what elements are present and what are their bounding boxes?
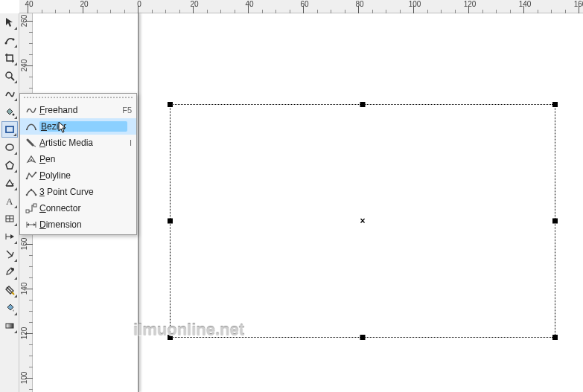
hruler-label: 140 xyxy=(519,0,532,8)
flyout-item-label: Freehand xyxy=(39,105,118,115)
toolbox: A xyxy=(0,13,19,392)
flyout-item-shortcut: I xyxy=(125,138,132,147)
hruler-label: 80 xyxy=(355,0,363,8)
flyout-item-artistic-media[interactable]: Artistic MediaI xyxy=(20,135,136,151)
hruler-label: 0 xyxy=(137,0,141,8)
svg-point-21 xyxy=(26,194,28,196)
freehand-tool[interactable] xyxy=(1,86,18,102)
app-root: A 4020020406080100120140160180200 260240… xyxy=(0,0,583,392)
basic-shapes-tool[interactable] xyxy=(1,175,18,191)
svg-point-6 xyxy=(6,144,13,150)
svg-point-1 xyxy=(12,39,14,41)
pick-tool[interactable] xyxy=(1,14,18,30)
svg-point-14 xyxy=(11,268,14,271)
selection-handle-br[interactable] xyxy=(552,335,558,340)
polyline-icon xyxy=(23,169,39,182)
svg-rect-17 xyxy=(35,129,36,130)
dimension-icon xyxy=(23,218,39,231)
hruler-label: 160 xyxy=(574,0,583,8)
selection-center-mark: × xyxy=(360,216,365,226)
vruler-label: 260 xyxy=(20,15,28,28)
svg-rect-15 xyxy=(6,324,13,328)
selection-handle-tl[interactable] xyxy=(168,102,173,107)
selection-handle-tm[interactable] xyxy=(360,102,366,107)
interactive-fill-tool[interactable] xyxy=(1,318,18,334)
hruler-label: 120 xyxy=(464,0,477,8)
flyout-item-label: Pen xyxy=(39,154,127,164)
svg-point-23 xyxy=(31,189,33,191)
polygon-tool[interactable] xyxy=(1,157,18,173)
interactive-tool[interactable] xyxy=(1,246,18,263)
selection-handle-tr[interactable] xyxy=(552,102,558,107)
flyout-item-label: Dimension xyxy=(39,219,127,230)
svg-point-18 xyxy=(31,159,32,161)
selection-handle-bm[interactable] xyxy=(360,335,366,340)
three-point-curve-icon xyxy=(23,185,39,199)
svg-point-22 xyxy=(35,194,37,196)
flyout-item-freehand[interactable]: FreehandF5 xyxy=(20,102,136,118)
svg-rect-24 xyxy=(26,210,29,213)
fill-tool[interactable] xyxy=(1,300,18,316)
ruler-horizontal[interactable]: 4020020406080100120140160180200 xyxy=(19,0,583,13)
watermark: ilmuonline.net xyxy=(133,321,244,340)
svg-rect-25 xyxy=(34,204,36,207)
selection-handle-mr[interactable] xyxy=(552,219,558,224)
svg-point-20 xyxy=(35,172,37,174)
svg-rect-5 xyxy=(6,126,13,132)
svg-point-19 xyxy=(26,178,28,180)
hruler-label: 20 xyxy=(190,0,198,8)
hruler-label: 20 xyxy=(80,0,88,8)
text-tool[interactable]: A xyxy=(1,193,18,209)
flyout-item-polyline[interactable]: Polyline xyxy=(20,167,136,184)
selection-rectangle[interactable]: × xyxy=(170,104,555,338)
crop-tool[interactable] xyxy=(1,50,18,66)
connector-icon xyxy=(23,202,39,215)
table-tool[interactable] xyxy=(1,211,18,227)
svg-marker-7 xyxy=(6,161,13,169)
curve-tools-flyout[interactable]: FreehandF5BezierArtistic MediaIPenPolyli… xyxy=(19,93,137,235)
eyedropper-tool[interactable] xyxy=(1,264,18,280)
vruler-label: 240 xyxy=(20,60,28,72)
hruler-label: 100 xyxy=(409,0,421,8)
flyout-item-connector[interactable]: Connector xyxy=(20,200,136,216)
shape-tool[interactable] xyxy=(1,32,18,48)
smart-fill-tool[interactable] xyxy=(1,103,18,120)
vruler-label: 100 xyxy=(20,372,28,385)
zoom-tool[interactable] xyxy=(1,68,18,84)
flyout-grip[interactable] xyxy=(22,95,134,100)
svg-point-0 xyxy=(4,42,7,45)
hruler-label: 40 xyxy=(245,0,253,8)
ellipse-tool[interactable] xyxy=(1,139,18,155)
vruler-label: 160 xyxy=(20,238,28,251)
hruler-label: 60 xyxy=(300,0,308,8)
pen-icon xyxy=(23,152,39,166)
svg-rect-16 xyxy=(26,129,28,130)
outline-tool[interactable] xyxy=(1,282,18,298)
freehand-icon xyxy=(23,103,39,117)
svg-point-2 xyxy=(6,72,12,78)
flyout-item-bezier[interactable]: Bezier xyxy=(20,118,136,135)
bezier-icon xyxy=(23,120,39,133)
flyout-item-dimension[interactable]: Dimension xyxy=(20,216,136,233)
flyout-item-label: Connector xyxy=(39,203,127,213)
rectangle-tool[interactable] xyxy=(1,121,18,138)
flyout-item-pen[interactable]: Pen xyxy=(20,151,136,167)
vruler-label: 140 xyxy=(20,283,28,295)
flyout-item-label: 3 Point Curve xyxy=(39,187,127,197)
hruler-label: 40 xyxy=(25,0,33,8)
flyout-item-label: Artistic Media xyxy=(39,138,125,148)
svg-text:A: A xyxy=(6,196,13,206)
flyout-item-label: Polyline xyxy=(39,170,127,181)
flyout-item-3-point-curve[interactable]: 3 Point Curve xyxy=(20,184,136,200)
artistic-media-icon xyxy=(23,136,39,150)
dimension-tool[interactable] xyxy=(1,228,18,245)
selection-handle-ml[interactable] xyxy=(168,219,173,224)
flyout-item-shortcut: F5 xyxy=(118,106,132,115)
flyout-item-label: Bezier xyxy=(39,121,127,132)
vruler-label: 120 xyxy=(20,327,28,340)
